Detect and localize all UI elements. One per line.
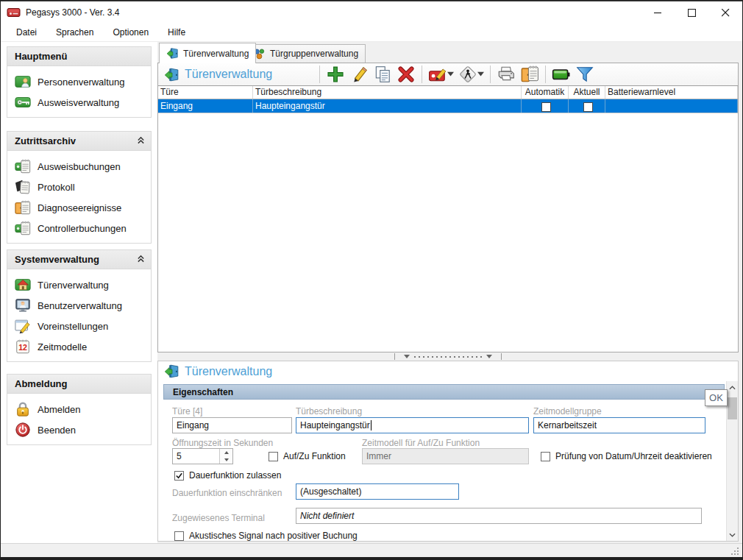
sidebar-group-hauptmenu: Hauptmenü Personenverwaltung: [7, 46, 152, 118]
collapse-chevron-icon[interactable]: [137, 254, 145, 265]
dauerfunktion-zulassen-label: Dauerfunktion zulassen: [189, 470, 281, 481]
properties-panel: Eigenschaften Türe [4] Türbeschreibung Z…: [157, 381, 739, 542]
sidebar-item-label: Benutzerverwaltung: [38, 300, 122, 311]
sidebar-item-label: Beenden: [38, 425, 76, 436]
copy-button[interactable]: [371, 64, 394, 85]
sidebar-item-label: Ausweisbuchungen: [38, 161, 121, 172]
automatik-checkbox[interactable]: [541, 102, 551, 112]
detail-panel-header: Türenverwaltung: [157, 361, 739, 381]
dropdown-caret-icon[interactable]: [447, 65, 454, 84]
dauerfunktion-einschraenken-input[interactable]: (Ausgeschaltet): [296, 483, 459, 500]
card-write-button[interactable]: [426, 64, 456, 85]
group-header-systemverwaltung[interactable]: Systemverwaltung: [7, 250, 151, 269]
zeitmodell-aufzu-input: Immer: [362, 448, 529, 464]
oeffnungszeit-spinner[interactable]: 5: [172, 448, 233, 464]
filter-button[interactable]: [573, 64, 597, 85]
add-button[interactable]: [324, 64, 347, 85]
vertical-scrollbar[interactable]: [726, 381, 738, 541]
key-card-icon: [15, 94, 31, 110]
sidebar-item-beenden[interactable]: Beenden: [7, 419, 151, 440]
menu-optionen[interactable]: Optionen: [103, 24, 158, 40]
tab-tuerenverwaltung[interactable]: Türenverwaltung: [159, 43, 256, 63]
menu-datei[interactable]: Datei: [7, 24, 46, 40]
print-button[interactable]: [494, 64, 518, 85]
resize-grip[interactable]: [730, 547, 740, 556]
sidebar-item-abmelden[interactable]: Abmelden: [7, 399, 151, 419]
dropdown-caret-icon[interactable]: [477, 65, 484, 84]
group-header-zutrittsarchiv[interactable]: Zutrittsarchiv: [7, 132, 151, 151]
collapse-chevron-icon[interactable]: [137, 135, 145, 146]
door-protocol-button[interactable]: [518, 64, 541, 85]
cell-tuerbeschreibung: Haupteingangstür: [253, 99, 522, 113]
zugewiesenes-terminal-input[interactable]: Nicht definiert: [296, 508, 702, 524]
splitter[interactable]: [157, 352, 739, 361]
table-header-row: Türe Türbeschreibung Automatik Aktuell B…: [158, 86, 738, 99]
column-header-tuerbeschreibung[interactable]: Türbeschreibung: [253, 86, 522, 99]
table-row[interactable]: Eingang Haupteingangstür: [158, 99, 738, 113]
padlock-icon: [15, 401, 31, 417]
sidebar-item-protokoll[interactable]: Protokoll: [7, 177, 151, 197]
person-card-icon: [15, 74, 31, 90]
sidebar-item-benutzerverwaltung[interactable]: Benutzerverwaltung: [7, 295, 151, 316]
tab-label: Türgruppenverwaltung: [270, 49, 358, 59]
aktuell-checkbox[interactable]: [583, 102, 593, 112]
pruefung-datum-checkbox[interactable]: Prüfung von Datum/Uhrzeit deaktivieren: [541, 451, 712, 461]
edit-button[interactable]: [347, 64, 371, 85]
zugewiesenes-terminal-value: Nicht definiert: [300, 511, 354, 521]
akustisches-signal-checkbox[interactable]: Akustisches Signal nach positiver Buchun…: [174, 531, 358, 541]
sidebar-item-voreinstellungen[interactable]: Voreinstellungen: [7, 316, 151, 336]
menu-hilfe[interactable]: Hilfe: [158, 24, 195, 40]
column-header-automatik[interactable]: Automatik: [522, 86, 569, 99]
panel-title: Türenverwaltung: [185, 68, 272, 81]
group-header-abmeldung: Abmeldung: [7, 375, 151, 394]
sidebar-item-ausweisverwaltung[interactable]: Ausweisverwaltung: [7, 92, 151, 113]
zugewiesenes-terminal-label: Zugewiesenes Terminal: [172, 513, 265, 523]
battery-status-button[interactable]: [550, 64, 573, 85]
column-header-batteriewarnlevel[interactable]: Batteriewarnlevel: [605, 86, 738, 99]
chevron-down-icon: [729, 533, 736, 537]
aufzu-funktion-checkbox[interactable]: Auf/Zu Funktion: [269, 451, 346, 461]
tuere-input[interactable]: Eingang: [172, 417, 292, 433]
column-header-tuere[interactable]: Türe: [158, 86, 253, 99]
scrollbar-thumb[interactable]: [728, 397, 737, 419]
delete-button[interactable]: [394, 64, 418, 85]
sidebar-item-diagnoseereignisse[interactable]: Diagnoseereignisse: [7, 197, 151, 218]
tuerbeschreibung-value: Haupteingangstür: [300, 420, 370, 430]
cell-batteriewarnlevel: [605, 99, 738, 113]
sidebar-item-zeitmodelle[interactable]: 12 Zeitmodelle: [7, 336, 151, 357]
column-header-aktuell[interactable]: Aktuell: [569, 86, 605, 99]
spinner-down-button[interactable]: [220, 456, 232, 464]
group-title: Abmeldung: [15, 378, 68, 389]
close-button[interactable]: [708, 1, 742, 24]
minimize-button[interactable]: [641, 1, 675, 24]
sidebar-item-controllerbuchungen[interactable]: Controllerbuchungen: [7, 218, 151, 238]
scroll-down-button[interactable]: [727, 528, 738, 541]
sidebar-group-abmeldung: Abmeldung Abmelden: [7, 374, 152, 445]
splitter-arrow-icon: [404, 355, 410, 358]
card-write-icon: [428, 65, 447, 84]
diagnostics-icon: [15, 199, 31, 216]
spinner-up-button[interactable]: [220, 449, 232, 456]
maximize-button[interactable]: [675, 1, 708, 24]
sidebar-item-label: Abmelden: [38, 404, 81, 415]
dauerfunktion-zulassen-checkbox[interactable]: Dauerfunktion zulassen: [174, 470, 281, 481]
sidebar-item-label: Protokoll: [38, 182, 75, 193]
tuerbeschreibung-input[interactable]: Haupteingangstür: [296, 417, 529, 433]
checkbox-box: [269, 452, 278, 461]
doors-table: Türe Türbeschreibung Automatik Aktuell B…: [158, 86, 738, 352]
cell-aktuell: [569, 99, 605, 113]
sidebar-item-ausweisbuchungen[interactable]: Ausweisbuchungen: [7, 156, 151, 177]
zeitmodellgruppe-input[interactable]: Kernarbeitszeit: [533, 417, 705, 433]
ok-tooltip[interactable]: OK: [705, 389, 728, 406]
tab-tuergruppenverwaltung[interactable]: Türgruppenverwaltung: [246, 44, 366, 63]
battery-icon: [552, 65, 571, 84]
zeitmodell-aufzu-value: Immer: [366, 451, 391, 461]
sidebar-item-personenverwaltung[interactable]: Personenverwaltung: [7, 71, 151, 92]
sidebar-item-tuerenverwaltung[interactable]: Türenverwaltung: [7, 274, 151, 295]
edit-pencil-icon: [349, 65, 369, 84]
splitter-handle[interactable]: [394, 353, 502, 360]
sidebar-item-label: Controllerbuchungen: [38, 223, 127, 234]
scroll-up-button[interactable]: [727, 381, 738, 394]
person-access-button[interactable]: [456, 64, 486, 85]
menu-sprachen[interactable]: Sprachen: [46, 24, 103, 40]
